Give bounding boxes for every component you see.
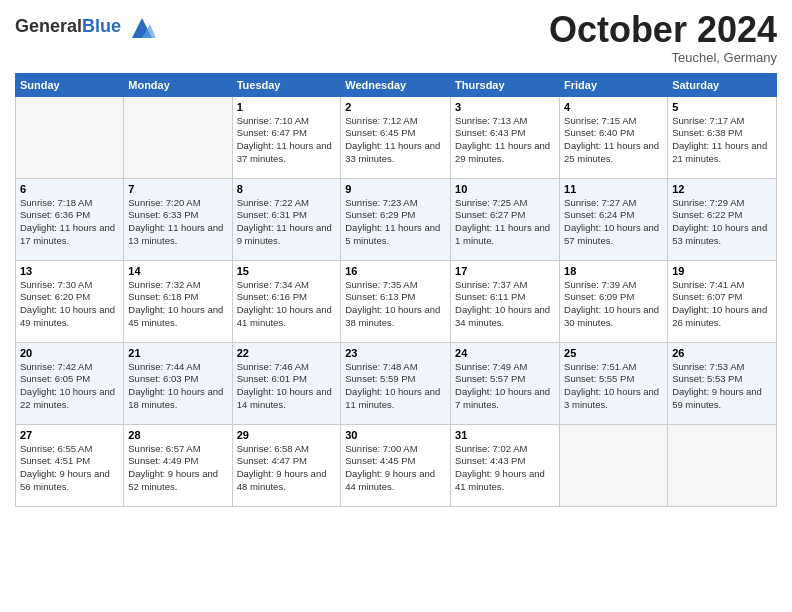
day-info: Sunrise: 7:13 AMSunset: 6:43 PMDaylight:…	[455, 115, 555, 166]
day-number: 23	[345, 347, 446, 359]
calendar-cell: 11Sunrise: 7:27 AMSunset: 6:24 PMDayligh…	[560, 178, 668, 260]
day-info: Sunrise: 7:22 AMSunset: 6:31 PMDaylight:…	[237, 197, 337, 248]
calendar-cell: 7Sunrise: 7:20 AMSunset: 6:33 PMDaylight…	[124, 178, 232, 260]
day-info: Sunrise: 7:18 AMSunset: 6:36 PMDaylight:…	[20, 197, 119, 248]
header: GeneralBlue October 2024 Teuchel, German…	[15, 10, 777, 65]
day-number: 21	[128, 347, 227, 359]
calendar-cell: 17Sunrise: 7:37 AMSunset: 6:11 PMDayligh…	[451, 260, 560, 342]
day-number: 6	[20, 183, 119, 195]
day-number: 26	[672, 347, 772, 359]
day-number: 2	[345, 101, 446, 113]
calendar-cell: 24Sunrise: 7:49 AMSunset: 5:57 PMDayligh…	[451, 342, 560, 424]
day-number: 31	[455, 429, 555, 441]
location: Teuchel, Germany	[549, 50, 777, 65]
calendar-cell: 23Sunrise: 7:48 AMSunset: 5:59 PMDayligh…	[341, 342, 451, 424]
day-number: 24	[455, 347, 555, 359]
title-area: October 2024 Teuchel, Germany	[549, 10, 777, 65]
day-info: Sunrise: 7:44 AMSunset: 6:03 PMDaylight:…	[128, 361, 227, 412]
day-info: Sunrise: 6:58 AMSunset: 4:47 PMDaylight:…	[237, 443, 337, 494]
calendar-cell: 15Sunrise: 7:34 AMSunset: 6:16 PMDayligh…	[232, 260, 341, 342]
day-number: 4	[564, 101, 663, 113]
day-info: Sunrise: 7:46 AMSunset: 6:01 PMDaylight:…	[237, 361, 337, 412]
day-info: Sunrise: 7:51 AMSunset: 5:55 PMDaylight:…	[564, 361, 663, 412]
day-info: Sunrise: 7:20 AMSunset: 6:33 PMDaylight:…	[128, 197, 227, 248]
day-number: 1	[237, 101, 337, 113]
day-number: 19	[672, 265, 772, 277]
month-title: October 2024	[549, 10, 777, 50]
day-info: Sunrise: 7:30 AMSunset: 6:20 PMDaylight:…	[20, 279, 119, 330]
day-number: 8	[237, 183, 337, 195]
day-info: Sunrise: 7:02 AMSunset: 4:43 PMDaylight:…	[455, 443, 555, 494]
day-info: Sunrise: 7:17 AMSunset: 6:38 PMDaylight:…	[672, 115, 772, 166]
day-info: Sunrise: 7:27 AMSunset: 6:24 PMDaylight:…	[564, 197, 663, 248]
calendar-cell: 14Sunrise: 7:32 AMSunset: 6:18 PMDayligh…	[124, 260, 232, 342]
calendar-cell: 26Sunrise: 7:53 AMSunset: 5:53 PMDayligh…	[668, 342, 777, 424]
calendar-cell: 10Sunrise: 7:25 AMSunset: 6:27 PMDayligh…	[451, 178, 560, 260]
day-number: 27	[20, 429, 119, 441]
day-number: 3	[455, 101, 555, 113]
calendar-cell: 16Sunrise: 7:35 AMSunset: 6:13 PMDayligh…	[341, 260, 451, 342]
day-number: 12	[672, 183, 772, 195]
calendar-cell: 2Sunrise: 7:12 AMSunset: 6:45 PMDaylight…	[341, 96, 451, 178]
calendar-cell: 31Sunrise: 7:02 AMSunset: 4:43 PMDayligh…	[451, 424, 560, 506]
logo: GeneralBlue	[15, 14, 156, 42]
calendar-cell: 8Sunrise: 7:22 AMSunset: 6:31 PMDaylight…	[232, 178, 341, 260]
day-info: Sunrise: 7:35 AMSunset: 6:13 PMDaylight:…	[345, 279, 446, 330]
calendar-cell: 12Sunrise: 7:29 AMSunset: 6:22 PMDayligh…	[668, 178, 777, 260]
day-number: 25	[564, 347, 663, 359]
calendar-cell: 20Sunrise: 7:42 AMSunset: 6:05 PMDayligh…	[16, 342, 124, 424]
calendar-cell: 3Sunrise: 7:13 AMSunset: 6:43 PMDaylight…	[451, 96, 560, 178]
day-number: 5	[672, 101, 772, 113]
day-info: Sunrise: 7:41 AMSunset: 6:07 PMDaylight:…	[672, 279, 772, 330]
day-number: 18	[564, 265, 663, 277]
day-number: 20	[20, 347, 119, 359]
calendar-cell: 21Sunrise: 7:44 AMSunset: 6:03 PMDayligh…	[124, 342, 232, 424]
calendar-cell	[16, 96, 124, 178]
calendar-cell: 5Sunrise: 7:17 AMSunset: 6:38 PMDaylight…	[668, 96, 777, 178]
calendar-cell: 30Sunrise: 7:00 AMSunset: 4:45 PMDayligh…	[341, 424, 451, 506]
day-number: 13	[20, 265, 119, 277]
calendar-cell: 6Sunrise: 7:18 AMSunset: 6:36 PMDaylight…	[16, 178, 124, 260]
day-info: Sunrise: 7:32 AMSunset: 6:18 PMDaylight:…	[128, 279, 227, 330]
day-info: Sunrise: 7:48 AMSunset: 5:59 PMDaylight:…	[345, 361, 446, 412]
week-row-2: 6Sunrise: 7:18 AMSunset: 6:36 PMDaylight…	[16, 178, 777, 260]
day-info: Sunrise: 7:00 AMSunset: 4:45 PMDaylight:…	[345, 443, 446, 494]
week-row-1: 1Sunrise: 7:10 AMSunset: 6:47 PMDaylight…	[16, 96, 777, 178]
calendar-cell: 27Sunrise: 6:55 AMSunset: 4:51 PMDayligh…	[16, 424, 124, 506]
day-number: 28	[128, 429, 227, 441]
day-info: Sunrise: 7:37 AMSunset: 6:11 PMDaylight:…	[455, 279, 555, 330]
day-number: 9	[345, 183, 446, 195]
day-number: 16	[345, 265, 446, 277]
day-info: Sunrise: 7:49 AMSunset: 5:57 PMDaylight:…	[455, 361, 555, 412]
weekday-header-tuesday: Tuesday	[232, 73, 341, 96]
day-info: Sunrise: 7:23 AMSunset: 6:29 PMDaylight:…	[345, 197, 446, 248]
day-number: 11	[564, 183, 663, 195]
day-info: Sunrise: 7:29 AMSunset: 6:22 PMDaylight:…	[672, 197, 772, 248]
day-info: Sunrise: 6:57 AMSunset: 4:49 PMDaylight:…	[128, 443, 227, 494]
calendar-cell	[668, 424, 777, 506]
day-number: 7	[128, 183, 227, 195]
weekday-header-saturday: Saturday	[668, 73, 777, 96]
weekday-row: SundayMondayTuesdayWednesdayThursdayFrid…	[16, 73, 777, 96]
day-number: 29	[237, 429, 337, 441]
week-row-3: 13Sunrise: 7:30 AMSunset: 6:20 PMDayligh…	[16, 260, 777, 342]
weekday-header-wednesday: Wednesday	[341, 73, 451, 96]
calendar-body: 1Sunrise: 7:10 AMSunset: 6:47 PMDaylight…	[16, 96, 777, 506]
weekday-header-sunday: Sunday	[16, 73, 124, 96]
day-number: 17	[455, 265, 555, 277]
calendar-cell: 28Sunrise: 6:57 AMSunset: 4:49 PMDayligh…	[124, 424, 232, 506]
calendar-header: SundayMondayTuesdayWednesdayThursdayFrid…	[16, 73, 777, 96]
calendar-cell	[560, 424, 668, 506]
day-number: 10	[455, 183, 555, 195]
calendar-cell: 18Sunrise: 7:39 AMSunset: 6:09 PMDayligh…	[560, 260, 668, 342]
week-row-4: 20Sunrise: 7:42 AMSunset: 6:05 PMDayligh…	[16, 342, 777, 424]
calendar-cell: 1Sunrise: 7:10 AMSunset: 6:47 PMDaylight…	[232, 96, 341, 178]
day-info: Sunrise: 7:15 AMSunset: 6:40 PMDaylight:…	[564, 115, 663, 166]
calendar-cell: 29Sunrise: 6:58 AMSunset: 4:47 PMDayligh…	[232, 424, 341, 506]
day-info: Sunrise: 7:12 AMSunset: 6:45 PMDaylight:…	[345, 115, 446, 166]
logo-icon	[128, 14, 156, 42]
calendar-cell: 13Sunrise: 7:30 AMSunset: 6:20 PMDayligh…	[16, 260, 124, 342]
day-number: 22	[237, 347, 337, 359]
calendar-table: SundayMondayTuesdayWednesdayThursdayFrid…	[15, 73, 777, 507]
day-number: 30	[345, 429, 446, 441]
